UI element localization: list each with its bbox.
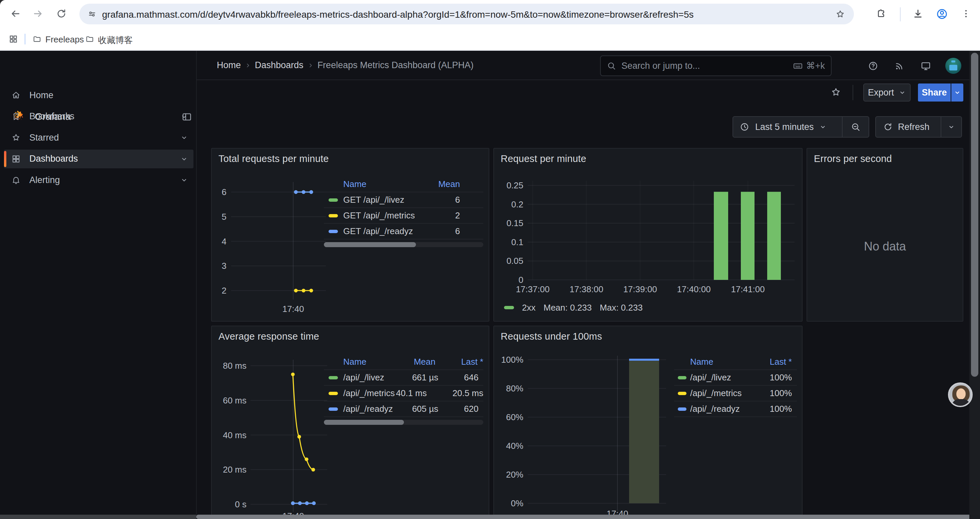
series-name[interactable]: GET /api/_/metrics	[343, 211, 420, 221]
download-icon[interactable]	[913, 8, 923, 19]
url-text[interactable]: grafana.mathmast.com/d/deytv4rwavabkb/fr…	[102, 10, 819, 20]
series-mean: 661 µs	[405, 372, 438, 383]
breadcrumb-current: Freeleaps Metrics Dashboard (ALPHA)	[318, 60, 474, 70]
site-settings-icon[interactable]	[88, 10, 97, 19]
chevron-down-icon[interactable]	[180, 176, 188, 184]
breadcrumb-dashboards[interactable]: Dashboards	[255, 60, 304, 70]
series-name[interactable]: GET /api/_/readyz	[343, 226, 420, 236]
chevron-down-icon[interactable]	[941, 123, 961, 131]
export-button[interactable]: Export	[863, 83, 911, 102]
menu-dots-icon[interactable]	[961, 8, 971, 19]
series-name[interactable]: /api/_/readyz	[690, 404, 757, 414]
floating-assistant-avatar[interactable]	[948, 382, 973, 407]
grid-icon	[11, 154, 21, 164]
extensions-icon[interactable]	[876, 8, 886, 19]
series-pill	[504, 306, 514, 309]
chevron-down-icon[interactable]	[180, 134, 188, 142]
chevron-down-icon[interactable]	[180, 113, 188, 121]
svg-text:60%: 60%	[506, 412, 523, 422]
share-button[interactable]: Share	[918, 83, 951, 102]
sidebar-item-alerting[interactable]: Alerting	[4, 171, 194, 189]
panel-request-per-minute[interactable]: Request per minute 00.050.10.150.20.2517…	[493, 148, 803, 322]
monitor-icon[interactable]	[921, 61, 931, 71]
svg-text:17:38:00: 17:38:00	[570, 284, 603, 294]
shortcut-label: ⌘+k	[806, 61, 825, 71]
legend-row[interactable]: GET /api/_/metrics 2	[324, 208, 483, 224]
bookmark-item[interactable]: Freeleaps	[45, 34, 84, 45]
panel-total-requests[interactable]: Total requests per minute 2345617:40 Nam…	[211, 148, 489, 322]
horizontal-scrollbar-track[interactable]	[0, 515, 196, 519]
series-pill	[329, 230, 338, 233]
time-range-picker[interactable]: Last 5 minutes	[732, 116, 869, 137]
keyboard-icon	[793, 61, 803, 71]
reload-icon[interactable]	[56, 8, 67, 19]
series-pill	[329, 198, 338, 202]
panel-average-response-time[interactable]: Average response time 0 s20 ms40 ms60 ms…	[211, 326, 489, 519]
legend-row[interactable]: GET /api/_/livez 6	[324, 192, 483, 208]
legend-table: Name MeanLast * /api/_/livez 661 µs646 /…	[324, 355, 483, 425]
series-pill	[329, 214, 338, 217]
legend-row[interactable]: GET /api/_/readyz 6	[324, 224, 483, 240]
vertical-scrollbar-thumb[interactable]	[971, 53, 978, 377]
svg-text:40 ms: 40 ms	[223, 430, 247, 440]
refresh-control[interactable]: Refresh	[875, 116, 962, 137]
avatar-art	[951, 61, 955, 62]
panel-errors-per-second[interactable]: Errors per second No data	[807, 148, 963, 322]
series-name[interactable]: /api/_/livez	[343, 372, 405, 383]
profile-icon[interactable]	[936, 8, 948, 20]
breadcrumb-home[interactable]: Home	[217, 60, 241, 70]
sidebar-item-home[interactable]: Home	[4, 86, 194, 105]
sidebar-item-bookmarks[interactable]: Bookmarks	[4, 107, 194, 126]
chrome-divider	[900, 7, 900, 21]
legend[interactable]: 2xx Mean: 0.233 Max: 0.233	[504, 301, 643, 314]
series-mean: Mean: 0.233	[543, 303, 592, 313]
legend-scrollbar[interactable]	[324, 242, 483, 247]
legend-row[interactable]: /api/_/metrics 40.1 ms20.5 ms	[324, 386, 483, 401]
series-pill	[329, 407, 338, 411]
legend-row[interactable]: /api/_/readyz 100%	[674, 401, 797, 417]
apps-grid-icon[interactable]	[9, 34, 18, 44]
share-dropdown-button[interactable]	[951, 83, 963, 102]
avatar-art	[951, 399, 970, 407]
series-name[interactable]: /api/_/livez	[690, 372, 757, 383]
series-name[interactable]: GET /api/_/livez	[343, 195, 420, 205]
search-field[interactable]	[621, 61, 793, 71]
series-name[interactable]: 2xx	[522, 303, 535, 313]
sidebar-item-dashboards[interactable]: Dashboards	[4, 150, 194, 168]
sidebar-item-label: Bookmarks	[29, 111, 75, 121]
legend-row[interactable]: /api/_/livez 100%	[674, 370, 797, 386]
legend-row[interactable]: /api/_/livez 661 µs646	[324, 370, 483, 386]
horizontal-scrollbar-thumb[interactable]	[196, 515, 969, 519]
scrollbar-corner	[969, 515, 980, 519]
back-icon[interactable]	[10, 8, 21, 19]
series-name[interactable]: /api/_/readyz	[343, 404, 405, 414]
chevron-down-icon	[819, 123, 827, 131]
svg-text:0%: 0%	[511, 498, 523, 508]
forward-icon[interactable]	[33, 8, 43, 19]
browser-chrome: grafana.mathmast.com/d/deytv4rwavabkb/fr…	[0, 0, 980, 51]
sidebar-item-starred[interactable]: Starred	[4, 128, 194, 147]
zoom-out-icon[interactable]	[843, 122, 869, 132]
legend-row[interactable]: /api/_/readyz 605 µs620	[324, 401, 483, 417]
series-name[interactable]: /api/_/metrics	[690, 388, 757, 398]
chevron-down-icon[interactable]	[180, 155, 188, 163]
series-last: 20.5 ms	[427, 388, 484, 398]
panel-requests-under-100ms[interactable]: Requests under 100ms 0%20%40%60%80%100%1…	[493, 326, 803, 519]
star-icon	[11, 133, 21, 142]
user-avatar[interactable]	[945, 58, 961, 74]
sidebar-item-label: Starred	[29, 133, 59, 143]
bookmarks-divider	[25, 34, 25, 45]
bookmark-star-icon[interactable]	[835, 9, 845, 19]
series-name[interactable]: /api/_/metrics	[343, 388, 396, 398]
rss-icon[interactable]	[894, 61, 905, 71]
legend-scrollbar[interactable]	[324, 420, 483, 425]
shortcut-hint: ⌘+k	[793, 61, 825, 71]
help-icon[interactable]	[868, 61, 878, 71]
search-input[interactable]: ⌘+k	[600, 56, 832, 76]
legend-header: Name MeanLast *	[324, 355, 483, 370]
favorite-star-icon[interactable]	[830, 87, 841, 97]
legend-row[interactable]: /api/_/metrics 100%	[674, 386, 797, 401]
series-pill	[329, 392, 338, 395]
share-label: Share	[922, 88, 947, 98]
bookmark-item[interactable]: 收藏博客	[98, 34, 133, 46]
